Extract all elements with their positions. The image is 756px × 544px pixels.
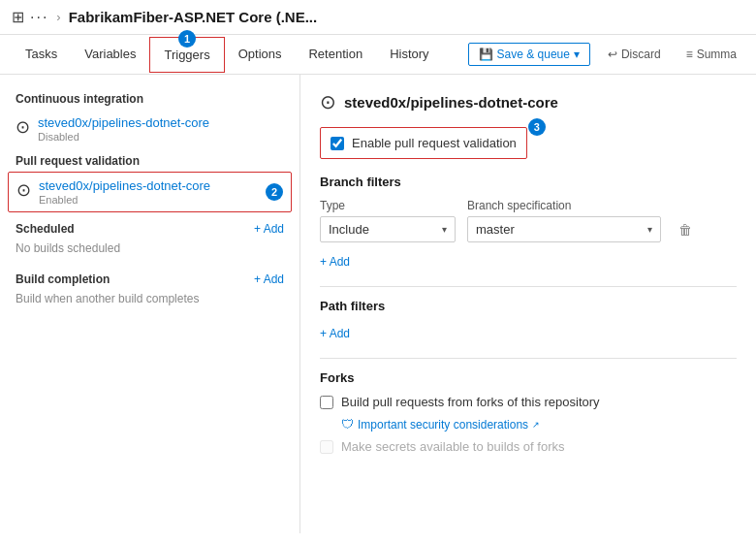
enable-pr-checkbox[interactable] <box>331 137 344 150</box>
branch-spec-chevron-icon: ▾ <box>647 224 652 235</box>
scheduled-title: Scheduled <box>16 222 75 236</box>
scheduled-note: No builds scheduled <box>0 240 299 263</box>
shield-icon: 🛡 <box>341 417 354 432</box>
build-completion-note: Build when another build completes <box>0 290 299 313</box>
tab-bar: Tasks Variables Triggers 1 Options Reten… <box>0 35 756 75</box>
separator-1 <box>320 286 737 287</box>
forks-label: Build pull requests from forks of this r… <box>341 395 600 409</box>
branch-spec-select[interactable]: master ▾ <box>467 216 661 242</box>
type-col: Type Include ▾ <box>320 199 456 242</box>
branch-spec-label: Branch specification <box>467 199 661 212</box>
type-select-value: Include <box>329 222 438 237</box>
branch-spec-value: master <box>476 222 644 237</box>
scheduled-section-header: Scheduled + Add <box>0 212 299 240</box>
forks-title: Forks <box>320 370 737 385</box>
pr-repo-info: steved0x/pipelines-dotnet-core Enabled <box>39 178 210 206</box>
tab-history[interactable]: History <box>376 37 442 73</box>
forks-checkbox[interactable] <box>320 396 333 409</box>
forks-checkbox-row: Build pull requests from forks of this r… <box>320 395 737 409</box>
badge-3: 3 <box>528 118 546 136</box>
type-select[interactable]: Include ▾ <box>320 216 456 242</box>
separator-2 <box>320 358 737 359</box>
tab-retention[interactable]: Retention <box>295 37 376 73</box>
badge-2: 2 <box>266 183 283 201</box>
branch-filters-title: Branch filters <box>320 175 737 189</box>
pr-repo-item[interactable]: ⊙ steved0x/pipelines-dotnet-core Enabled… <box>8 172 292 212</box>
delete-branch-filter-button[interactable]: 🗑 <box>673 216 698 243</box>
tab-tasks[interactable]: Tasks <box>12 37 71 73</box>
build-completion-section-header: Build completion + Add <box>0 263 299 290</box>
right-repo-header: ⊙ steved0x/pipelines-dotnet-core <box>320 90 737 113</box>
right-repo-icon: ⊙ <box>320 90 336 113</box>
summary-button[interactable]: ≡ Summa <box>678 44 744 65</box>
build-completion-title: Build completion <box>16 272 110 286</box>
more-options[interactable]: ··· <box>30 9 48 26</box>
ci-repo-status: Disabled <box>38 131 209 143</box>
branch-spec-col: Branch specification master ▾ <box>467 199 661 242</box>
ci-repo-name: steved0x/pipelines-dotnet-core <box>38 115 209 130</box>
secrets-row: Make secrets available to builds of fork… <box>320 439 737 454</box>
security-link[interactable]: 🛡 Important security considerations ↗ <box>320 417 737 432</box>
menu-icon: ≡ <box>686 48 693 61</box>
add-path-filter-button[interactable]: + Add <box>320 323 350 344</box>
save-icon: 💾 <box>479 48 493 61</box>
pr-repo-status: Enabled <box>39 194 210 206</box>
top-bar: ⊞ ··· › FabrikamFiber-ASP.NET Core (.NE.… <box>0 0 756 35</box>
forks-section: Forks Build pull requests from forks of … <box>320 370 737 454</box>
type-chevron-icon: ▾ <box>442 224 447 235</box>
right-panel: ⊙ steved0x/pipelines-dotnet-core Enable … <box>300 75 756 533</box>
external-link-icon: ↗ <box>532 420 540 430</box>
badge-1: 1 <box>178 30 196 48</box>
undo-icon: ↩ <box>608 48 617 61</box>
tab-variables[interactable]: Variables <box>71 37 149 73</box>
ci-repo-info: steved0x/pipelines-dotnet-core Disabled <box>38 115 209 143</box>
pr-repo-name: steved0x/pipelines-dotnet-core <box>39 178 210 193</box>
add-branch-filter-button[interactable]: + Add <box>320 251 350 272</box>
save-queue-button[interactable]: 💾 Save & queue ▾ <box>468 43 590 66</box>
pr-repo-icon: ⊙ <box>16 179 31 201</box>
pr-section-title: Pull request validation <box>0 148 299 172</box>
ci-repo-item[interactable]: ⊙ steved0x/pipelines-dotnet-core Disable… <box>0 110 299 148</box>
repo-icon: ⊙ <box>16 116 30 138</box>
path-filters-title: Path filters <box>320 299 737 313</box>
app-icon: ⊞ <box>12 8 24 26</box>
scheduled-add-button[interactable]: + Add <box>254 222 284 236</box>
tab-actions: 💾 Save & queue ▾ ↩ Discard ≡ Summa <box>468 35 744 74</box>
enable-pr-validation-row: Enable pull request validation 3 <box>320 127 527 159</box>
breadcrumb-chevron: › <box>56 10 60 24</box>
tab-triggers[interactable]: Triggers 1 <box>149 37 224 73</box>
tab-options[interactable]: Options <box>225 37 296 73</box>
discard-button[interactable]: ↩ Discard <box>598 44 671 65</box>
right-repo-name: steved0x/pipelines-dotnet-core <box>344 94 558 111</box>
left-panel: Continuous integration ⊙ steved0x/pipeli… <box>0 75 300 533</box>
ci-section-title: Continuous integration <box>0 86 299 110</box>
main-content: Continuous integration ⊙ steved0x/pipeli… <box>0 75 756 533</box>
secrets-checkbox <box>320 440 333 454</box>
enable-pr-label: Enable pull request validation <box>352 136 517 150</box>
chevron-down-icon: ▾ <box>574 48 580 61</box>
security-link-text: Important security considerations <box>358 418 528 432</box>
secrets-label: Make secrets available to builds of fork… <box>341 439 565 454</box>
branch-filter-row: Type Include ▾ Branch specification mast… <box>320 199 737 243</box>
page-title: FabrikamFiber-ASP.NET Core (.NE... <box>69 9 317 25</box>
build-completion-add-button[interactable]: + Add <box>254 272 284 286</box>
type-label: Type <box>320 199 456 212</box>
